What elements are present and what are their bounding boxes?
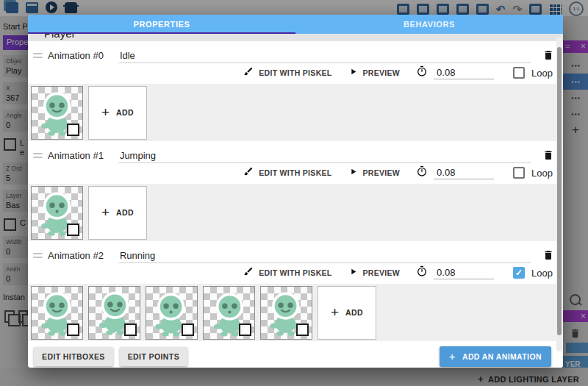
add-frame-button[interactable]: + ADD xyxy=(88,186,147,240)
animation-2-frames: + ADD xyxy=(28,284,563,341)
frame-select-checkbox[interactable] xyxy=(239,324,251,336)
add-an-animation-button[interactable]: + ADD AN ANIMATION xyxy=(440,346,551,367)
dialog-tabs: PROPERTIES BEHAVIORS xyxy=(28,15,563,34)
loop-checkbox[interactable] xyxy=(513,67,525,79)
play-icon xyxy=(348,266,358,279)
edit-with-piskel-button[interactable]: EDIT WITH PISKEL xyxy=(243,66,331,79)
plus-icon: + xyxy=(101,104,110,121)
animation-2-actions: EDIT WITH PISKEL PREVIEW 0.08 ✓ Loop xyxy=(28,264,563,282)
preview-button[interactable]: PREVIEW xyxy=(348,66,401,79)
frame-select-checkbox[interactable] xyxy=(67,124,79,136)
dialog-scrollbar[interactable] xyxy=(556,37,562,351)
frame-select-checkbox[interactable] xyxy=(124,324,137,336)
frame-select-checkbox[interactable] xyxy=(182,324,194,336)
tab-behaviors[interactable]: BEHAVIORS xyxy=(295,15,563,34)
frame-thumbnail[interactable] xyxy=(31,86,83,140)
frame-select-checkbox[interactable] xyxy=(296,324,309,336)
edit-with-piskel-button[interactable]: EDIT WITH PISKEL xyxy=(243,166,331,179)
frame-thumbnail[interactable] xyxy=(146,286,198,340)
animation-1-frames: + ADD xyxy=(28,184,563,241)
delay-input[interactable]: 0.08 xyxy=(434,66,494,79)
plus-icon: + xyxy=(449,353,456,360)
dialog-tools-row: EDIT HITBOXES EDIT POINTS + ADD AN ANIMA… xyxy=(28,346,563,367)
loop-checkbox[interactable] xyxy=(513,167,525,179)
animation-0-header: Animation #0 Idle xyxy=(28,46,563,64)
edit-points-button[interactable]: EDIT POINTS xyxy=(120,347,187,366)
brush-icon xyxy=(243,266,254,279)
loop-control: Loop xyxy=(513,167,553,179)
frame-thumbnail[interactable] xyxy=(31,286,83,340)
frame-thumbnail[interactable] xyxy=(203,286,255,340)
scrollbar-thumb[interactable] xyxy=(557,47,562,335)
delay-input[interactable]: 0.08 xyxy=(434,266,494,279)
time-between-frames: 0.08 xyxy=(416,65,494,80)
add-frame-button[interactable]: + ADD xyxy=(318,286,376,340)
animation-0-name-field[interactable]: Idle xyxy=(118,48,531,63)
frame-thumbnail[interactable] xyxy=(260,286,312,340)
animation-0-actions: EDIT WITH PISKEL PREVIEW 0.08 Loop xyxy=(28,64,563,82)
frame-select-checkbox[interactable] xyxy=(67,324,79,336)
preview-button[interactable]: PREVIEW xyxy=(348,266,401,279)
delete-animation-icon[interactable] xyxy=(541,248,556,262)
loop-control: Loop xyxy=(513,67,553,79)
drag-handle-icon[interactable] xyxy=(33,253,43,258)
frame-select-checkbox[interactable] xyxy=(67,224,79,236)
delete-animation-icon[interactable] xyxy=(541,48,556,62)
loop-control: ✓ Loop xyxy=(513,267,553,279)
drag-handle-icon[interactable] xyxy=(33,53,43,58)
loop-checkbox-checked[interactable]: ✓ xyxy=(513,267,525,279)
animation-0-frames: + ADD xyxy=(28,84,563,141)
stopwatch-icon xyxy=(416,265,428,280)
delete-animation-icon[interactable] xyxy=(541,148,556,162)
brush-icon xyxy=(243,166,254,179)
play-icon xyxy=(348,166,358,179)
play-icon xyxy=(348,66,358,79)
preview-button[interactable]: PREVIEW xyxy=(348,166,401,179)
dialog-scroll-content: Player Animation #0 Idle EDIT WITH PISKE… xyxy=(28,34,563,367)
tab-properties[interactable]: PROPERTIES xyxy=(28,15,295,34)
animation-2-header: Animation #2 Running xyxy=(28,246,563,264)
time-between-frames: 0.08 xyxy=(416,165,494,180)
delay-input[interactable]: 0.08 xyxy=(434,166,494,179)
frame-thumbnail[interactable] xyxy=(31,186,83,240)
brush-icon xyxy=(243,66,254,79)
time-between-frames: 0.08 xyxy=(416,265,494,280)
plus-icon: + xyxy=(101,204,110,221)
dialog-footer: ? HELP RUN A PREVIEW CANCEL APPLY xyxy=(28,367,563,368)
edit-hitboxes-button[interactable]: EDIT HITBOXES xyxy=(34,347,113,366)
object-name-field-clipped[interactable]: Player xyxy=(28,34,563,41)
drag-handle-icon[interactable] xyxy=(33,153,43,158)
edit-with-piskel-button[interactable]: EDIT WITH PISKEL xyxy=(243,266,331,279)
object-editor-dialog: PROPERTIES BEHAVIORS Player Animation #0… xyxy=(28,15,563,368)
animation-1-name-field[interactable]: Jumping xyxy=(118,148,531,163)
add-frame-button[interactable]: + ADD xyxy=(88,86,147,140)
animation-2-name-field[interactable]: Running xyxy=(118,248,531,263)
stopwatch-icon xyxy=(416,165,428,180)
plus-icon: + xyxy=(331,304,339,321)
animation-1-actions: EDIT WITH PISKEL PREVIEW 0.08 Loop xyxy=(28,164,563,182)
frame-thumbnail[interactable] xyxy=(88,286,140,340)
stopwatch-icon xyxy=(416,65,428,80)
animation-1-header: Animation #1 Jumping xyxy=(28,146,563,164)
